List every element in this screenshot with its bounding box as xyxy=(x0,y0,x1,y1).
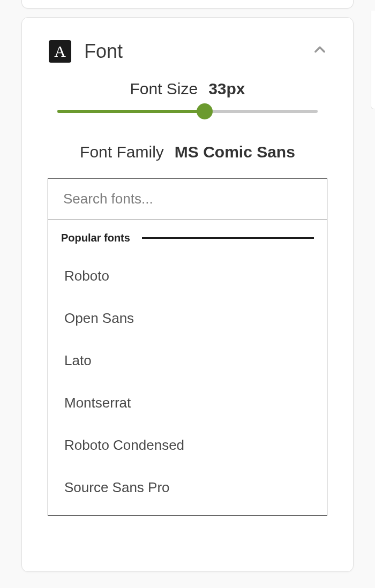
font-family-label: Font Family xyxy=(80,143,164,161)
section-header: Popular fonts xyxy=(48,220,327,255)
panel-header: A Font xyxy=(22,40,353,63)
font-icon-glyph: A xyxy=(54,42,66,61)
font-icon: A xyxy=(49,40,71,63)
font-picker: Popular fonts Roboto Open Sans Lato Mont… xyxy=(48,178,327,516)
section-rule xyxy=(142,237,314,239)
font-panel: A Font Font Size 33px Font Family MS Com… xyxy=(21,17,354,572)
font-item[interactable]: Roboto xyxy=(48,255,327,297)
collapse-toggle[interactable] xyxy=(312,42,327,59)
slider-track xyxy=(57,110,318,113)
font-size-slider[interactable] xyxy=(22,110,353,113)
section-label: Popular fonts xyxy=(61,232,130,244)
right-panel-stub xyxy=(371,11,375,109)
font-item[interactable]: Montserrat xyxy=(48,382,327,424)
font-item[interactable]: Source Sans Pro xyxy=(48,466,327,509)
font-item[interactable]: Lato xyxy=(48,340,327,382)
font-size-value: 33px xyxy=(208,80,245,98)
font-item[interactable]: Roboto Condensed xyxy=(48,424,327,466)
font-size-label: Font Size xyxy=(130,80,198,98)
panel-title: Font xyxy=(84,40,123,63)
search-input[interactable] xyxy=(48,179,327,220)
font-item[interactable]: Open Sans xyxy=(48,297,327,340)
font-size-row: Font Size 33px xyxy=(22,80,353,98)
font-list: Roboto Open Sans Lato Montserrat Roboto … xyxy=(48,255,327,509)
slider-thumb[interactable] xyxy=(197,103,213,119)
slider-fill xyxy=(57,110,205,113)
font-family-row: Font Family MS Comic Sans xyxy=(22,143,353,161)
chevron-up-icon xyxy=(312,42,327,57)
previous-panel-stub xyxy=(21,0,354,9)
font-family-value: MS Comic Sans xyxy=(175,143,295,161)
